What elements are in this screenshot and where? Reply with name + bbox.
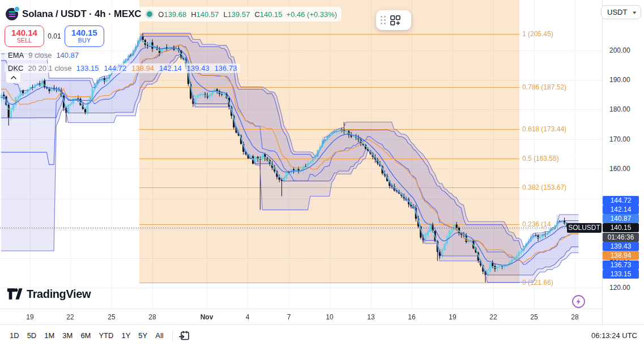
currency-selected: USDT — [607, 8, 627, 16]
range-button-1m[interactable]: 1M — [40, 329, 58, 342]
buy-price: 140.15 — [71, 28, 97, 37]
ohlc-item: L139.57 — [223, 10, 250, 19]
time-tick-label: 28 — [148, 313, 156, 321]
price-tag: 144.72 — [603, 196, 639, 205]
watermark-text: TradingView — [27, 288, 91, 301]
chart-legend: Solana / USDT · 4h · MEXC O139.68H140.57… — [5, 5, 342, 73]
price-tag: 136.73 — [603, 260, 639, 270]
time-tick-label: 25 — [108, 313, 115, 321]
time-tick-label: Nov — [201, 313, 214, 321]
symbol-title[interactable]: Solana / USDT · 4h · MEXC — [22, 8, 141, 20]
tradingview-watermark: TradingView — [7, 287, 91, 301]
price-tag: 138.94 — [603, 251, 639, 260]
dkc-value: 144.72 — [104, 64, 127, 72]
range-button-3m[interactable]: 3M — [58, 329, 76, 342]
dkc-value: 138.94 — [131, 64, 154, 72]
time-tick-label: 28 — [571, 313, 578, 321]
dkc-value: 139.43 — [187, 64, 210, 72]
market-status-icon[interactable] — [147, 11, 152, 17]
range-button-5y[interactable]: 5Y — [134, 329, 151, 342]
solana-logo-icon — [6, 8, 18, 20]
dkc-indicator-row[interactable]: DKC 20 20 1 close 133.15144.72138.94142.… — [5, 63, 240, 73]
currency-dropdown[interactable]: USDT ▾ — [601, 5, 641, 19]
time-tick-label: 19 — [449, 313, 456, 321]
dkc-value: 136.73 — [215, 64, 237, 72]
price-tick-label: 200.00 — [609, 46, 630, 54]
price-tick-label: 190.00 — [609, 76, 630, 84]
dkc-values: 133.15144.72138.94142.14139.43136.73 — [76, 64, 237, 72]
time-tick-label: 7 — [287, 313, 291, 321]
fib-level-label[interactable]: 0.786 (187.52) — [522, 83, 566, 91]
buy-button[interactable]: 140.15 BUY — [65, 25, 104, 47]
ohlc-item: H140.57 — [191, 10, 219, 19]
price-tag: 140.87 — [603, 214, 639, 223]
price-tag: 133.15 — [603, 270, 639, 279]
time-tick-label: 25 — [530, 313, 538, 321]
spread-value: 0.01 — [44, 32, 65, 40]
calendar-icon — [178, 330, 190, 341]
fib-level-label[interactable]: 0.618 (173.44) — [522, 125, 566, 133]
ohlc-item: C140.15 — [254, 10, 282, 19]
go-to-date-button[interactable] — [178, 330, 190, 341]
time-tick-label: 22 — [66, 313, 74, 321]
range-button-6m[interactable]: 6M — [76, 329, 95, 342]
floating-layout-toolbar[interactable] — [376, 10, 411, 30]
time-axis[interactable]: 19222528Nov4710131619222528 — [0, 309, 644, 324]
dkc-params: 20 20 1 close — [28, 64, 71, 72]
chevron-up-icon — [11, 76, 16, 79]
range-button-all[interactable]: All — [151, 329, 167, 342]
price-change: +0.46 (+0.33%) — [287, 10, 338, 19]
toolbar-divider — [172, 330, 173, 341]
exchange-badge-icon — [14, 6, 20, 12]
time-tick-label: 4 — [246, 313, 250, 321]
time-tick-label: 16 — [408, 313, 415, 321]
clock-utc[interactable]: 06:13:24 UTC — [591, 331, 637, 340]
symbol-legend-row[interactable]: Solana / USDT · 4h · MEXC O139.68H140.57… — [5, 7, 342, 22]
price-tag: 139.43 — [603, 242, 639, 251]
fib-level-label[interactable]: 0.5 (163.55) — [522, 155, 559, 163]
fib-level-label[interactable]: 0.382 (153.67) — [522, 183, 566, 191]
price-tag: 140.15 — [603, 223, 639, 232]
ema-name: EMA — [8, 51, 24, 59]
price-tick-label: 180.00 — [609, 105, 630, 113]
ohlc-values: O139.68H140.57L139.57C140.15 — [158, 10, 282, 19]
ohlc-item: O139.68 — [158, 10, 186, 19]
range-button-1y[interactable]: 1Y — [117, 329, 134, 342]
bottom-toolbar: 1D5D1M3M6MYTD1Y5YAll 06:13:24 UTC — [0, 324, 644, 346]
legend-collapse-button[interactable] — [6, 71, 21, 83]
chevron-down-icon: ▾ — [633, 10, 637, 15]
fib-level-label[interactable]: 0 (121.66) — [522, 279, 553, 287]
tradingview-logo-icon — [7, 287, 23, 301]
range-button-1d[interactable]: 1D — [6, 329, 23, 342]
price-tick-label: 170.00 — [609, 135, 630, 143]
boost-lightning-icon[interactable] — [572, 294, 586, 309]
add-layout-icon[interactable] — [390, 15, 401, 26]
dkc-value: 142.14 — [159, 64, 182, 72]
ema-value: 140.87 — [56, 51, 79, 59]
sell-label: SELL — [17, 37, 32, 44]
buy-label: BUY — [78, 37, 91, 44]
fib-level-label[interactable]: 1 (205.45) — [522, 30, 553, 38]
time-tick-label: 13 — [367, 313, 374, 321]
range-button-5d[interactable]: 5D — [23, 329, 41, 342]
time-tick-label: 10 — [326, 313, 333, 321]
time-tick-label: 22 — [489, 313, 497, 321]
tradingview-chart-window: 1 (205.45)0.786 (187.52)0.618 (173.44)0.… — [0, 0, 644, 346]
range-button-ytd[interactable]: YTD — [95, 329, 117, 342]
price-tag: 142.14 — [603, 205, 639, 214]
ema-params: 9 close — [28, 51, 52, 59]
sell-price: 140.14 — [11, 28, 37, 37]
ema-indicator-row[interactable]: EMA 9 close 140.87 — [5, 50, 82, 60]
price-tag: 01:46:36 — [603, 233, 639, 242]
drag-handle-icon[interactable] — [381, 16, 386, 24]
price-tick-label: 120.00 — [609, 284, 630, 292]
symbol-price-tooltip: SOLUSDT — [567, 223, 602, 233]
fib-level-label[interactable]: 0.236 (14 — [522, 220, 551, 228]
dkc-value: 133.15 — [76, 64, 99, 72]
time-tick-label: 19 — [26, 313, 33, 321]
price-tick-label: 160.00 — [609, 165, 630, 173]
sell-button[interactable]: 140.14 SELL — [5, 25, 44, 47]
